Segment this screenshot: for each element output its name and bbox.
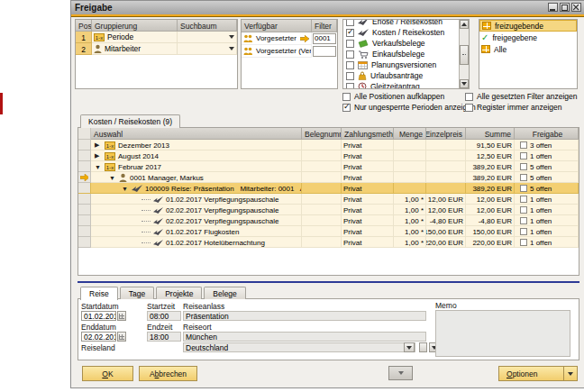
col-header-gruppierung[interactable]: Gruppierung bbox=[92, 20, 178, 32]
expand-arrow[interactable]: ▼ bbox=[95, 164, 102, 170]
close-button[interactable] bbox=[571, 3, 581, 12]
title-bar[interactable]: Freigabe bbox=[71, 1, 584, 14]
table-row-trip-selected[interactable]: ▼100009 Reise: Präsentation Mitarbeiter:… bbox=[78, 183, 579, 194]
mode-item-freigegebene[interactable]: ✓ freigegebene bbox=[479, 32, 577, 43]
category-item[interactable]: Urlaubsanträge bbox=[343, 70, 459, 81]
available-row[interactable]: Vorgesetzter 0001 bbox=[242, 32, 337, 45]
suchbaum-dropdown[interactable] bbox=[178, 32, 237, 43]
checkbox[interactable] bbox=[346, 72, 354, 80]
options-button[interactable]: Optionen bbox=[498, 366, 578, 381]
category-item[interactable]: Einkaufsbelege bbox=[343, 49, 459, 59]
table-row-expense[interactable]: 02.02.2017 Verpflegungspauschale Privat … bbox=[78, 215, 579, 226]
table-row-expense[interactable]: 01.02.2017 Verpflegungspauschale Privat … bbox=[78, 194, 579, 205]
col-header-verfuegbar[interactable]: Verfügbar bbox=[242, 20, 312, 32]
col-header-einzelpreis[interactable]: Einzelpreis bbox=[426, 128, 466, 140]
reiseland-dropdown-button[interactable] bbox=[404, 342, 415, 352]
reiseort-field[interactable]: München bbox=[183, 332, 426, 342]
option-unlocked-periods[interactable]: Nur ungesperrte Perioden anzeigen bbox=[342, 103, 476, 112]
filter-input[interactable] bbox=[313, 46, 336, 57]
checkbox[interactable] bbox=[346, 50, 354, 59]
memo-textarea[interactable] bbox=[435, 310, 570, 357]
calendar-icon[interactable] bbox=[117, 311, 126, 321]
scroll-down-icon[interactable] bbox=[460, 79, 469, 88]
checkbox[interactable] bbox=[346, 20, 354, 26]
col-header-summe[interactable]: Summe bbox=[466, 128, 515, 140]
release-checkbox[interactable] bbox=[520, 141, 527, 149]
option-show-register[interactable]: Register immer anzeigen bbox=[465, 103, 561, 112]
tab-tage[interactable]: Tage bbox=[120, 287, 154, 299]
tab-kosten-reisekosten[interactable]: Kosten / Reisekosten (9) bbox=[80, 114, 180, 128]
category-item[interactable]: Planungsversionen bbox=[343, 59, 459, 70]
link-button[interactable] bbox=[419, 342, 427, 352]
reiseland-dropdown[interactable]: Deutschland bbox=[183, 342, 415, 352]
startzeit-field[interactable]: 08:00 bbox=[147, 311, 181, 321]
reiseanlass-field[interactable]: Präsentation bbox=[183, 311, 426, 321]
category-item[interactable]: Gleitzeitantrag bbox=[343, 81, 459, 88]
startdatum-field[interactable]: 01.02.2017 bbox=[81, 311, 116, 321]
release-checkbox[interactable] bbox=[520, 239, 527, 246]
checkbox[interactable] bbox=[346, 61, 354, 69]
grouping-row[interactable]: 2 Mitarbeiter bbox=[76, 43, 237, 55]
endzeit-field[interactable]: 18:00 bbox=[147, 332, 181, 342]
checkbox[interactable] bbox=[342, 93, 351, 101]
expand-arrow[interactable]: ▼ bbox=[109, 175, 116, 181]
grouping-row[interactable]: 1 1-x Periode bbox=[76, 32, 237, 43]
category-label: Verkaufsbelege bbox=[372, 39, 425, 48]
col-header-beleg[interactable]: Belegnumm... bbox=[302, 128, 342, 140]
category-item[interactable]: Kosten / Reisekosten bbox=[343, 27, 459, 38]
release-checkbox[interactable] bbox=[520, 196, 527, 203]
cancel-button[interactable]: Abbrechen bbox=[139, 366, 197, 381]
checkbox[interactable] bbox=[465, 93, 473, 101]
col-header-auswahl[interactable]: Auswahl bbox=[91, 128, 302, 140]
release-checkbox[interactable] bbox=[520, 206, 527, 214]
maximize-button[interactable] bbox=[560, 3, 570, 12]
col-header-pos[interactable]: Pos bbox=[76, 20, 92, 32]
tab-reise[interactable]: Reise bbox=[80, 287, 118, 300]
table-row-expense[interactable]: 02.02.2017 Verpflegungspauschale Privat … bbox=[78, 205, 579, 215]
calendar-icon[interactable] bbox=[117, 332, 126, 342]
filter-input[interactable]: 0001 bbox=[313, 33, 336, 44]
enddatum-field[interactable]: 02.02.2017 bbox=[81, 332, 116, 342]
col-header-menge[interactable]: Menge bbox=[394, 128, 426, 140]
release-checkbox[interactable] bbox=[520, 217, 527, 224]
checkbox[interactable] bbox=[465, 104, 473, 112]
expand-arrow[interactable]: ▶ bbox=[95, 141, 102, 149]
col-header-freigabe[interactable]: Freigabe bbox=[515, 128, 579, 140]
tab-projekte[interactable]: Projekte bbox=[156, 287, 202, 299]
release-checkbox[interactable] bbox=[520, 185, 527, 192]
col-header-zahlung[interactable]: Zahlungsmetho... bbox=[342, 128, 394, 140]
option-show-filters[interactable]: Alle gesetzten Filter anzeigen bbox=[465, 92, 578, 101]
table-row-period[interactable]: ▼1-xFebruar 2017 Privat 389,20 EUR 5 off… bbox=[78, 161, 579, 172]
table-row-expense[interactable]: 01.02.2017 Flugkosten Privat 1,00 * 150,… bbox=[78, 226, 579, 237]
category-scrollbar[interactable] bbox=[459, 20, 469, 88]
mode-item-alle[interactable]: Alle bbox=[479, 43, 577, 55]
checkbox[interactable] bbox=[342, 104, 351, 112]
release-checkbox[interactable] bbox=[520, 174, 527, 181]
col-header-filter[interactable]: Filter bbox=[312, 20, 337, 32]
available-row[interactable]: Vorgesetzter (Vertrete bbox=[242, 45, 337, 58]
table-row-period[interactable]: ▶1-xDezember 2013 Privat 91,50 EUR 3 off… bbox=[78, 140, 579, 150]
scroll-up-icon[interactable] bbox=[460, 20, 469, 29]
option-expand-all[interactable]: Alle Positionen aufklappen bbox=[342, 92, 444, 101]
collapse-panel-button[interactable] bbox=[388, 366, 413, 380]
mode-item-freizugebende[interactable]: freizugebende bbox=[479, 20, 577, 32]
checkbox[interactable] bbox=[346, 29, 354, 37]
checkbox[interactable] bbox=[346, 83, 354, 89]
table-row-period[interactable]: ▶1-xAugust 2014 Privat 12,50 EUR 1 offen bbox=[78, 150, 579, 161]
table-row-expense[interactable]: 01.02.2017 Hotelübernachtung Privat 1,00… bbox=[78, 237, 579, 248]
ok-button[interactable]: OK bbox=[82, 366, 133, 381]
category-item[interactable]: Erlöse / Reisekosten bbox=[343, 20, 459, 27]
release-checkbox[interactable] bbox=[520, 228, 527, 235]
checkbox[interactable] bbox=[346, 40, 354, 48]
expand-arrow[interactable]: ▶ bbox=[95, 152, 102, 160]
minimize-button[interactable] bbox=[548, 3, 558, 12]
scrollbar-thumb[interactable] bbox=[460, 45, 469, 65]
expand-arrow[interactable]: ▼ bbox=[122, 186, 129, 192]
suchbaum-dropdown[interactable] bbox=[178, 43, 237, 55]
tab-belege[interactable]: Belege bbox=[204, 287, 245, 299]
release-checkbox[interactable] bbox=[520, 152, 527, 160]
release-checkbox[interactable] bbox=[520, 163, 527, 170]
category-item[interactable]: Verkaufsbelege bbox=[343, 38, 459, 49]
table-row-employee[interactable]: ▼0001 Manager, Markus Privat 389,20 EUR … bbox=[78, 172, 579, 183]
col-header-suchbaum[interactable]: Suchbaum bbox=[178, 20, 237, 32]
